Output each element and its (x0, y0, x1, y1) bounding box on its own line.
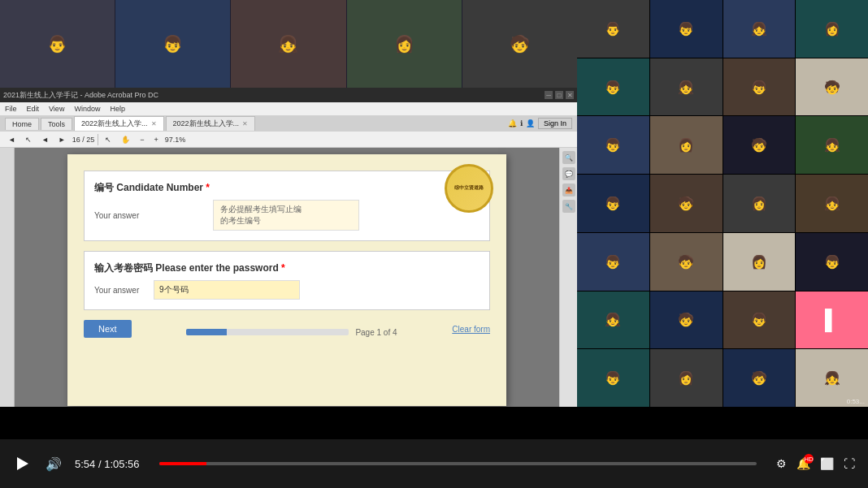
settings-icon[interactable]: ⚙ (776, 457, 787, 470)
pdf-viewport: 综中立贤道路 编号 Candidate Number * You (15, 148, 559, 407)
notification-badge: HD (804, 454, 814, 464)
main-container: 👨 👦 👧 👩 🧒 2021新生线上入学手记 - Adobe Acrobat P… (0, 0, 868, 488)
panel-comment-btn[interactable]: 💬 (562, 167, 575, 180)
progress-bar-container: Page 1 of 4 (186, 328, 397, 337)
play-button[interactable] (13, 454, 33, 473)
next-button[interactable]: Next (84, 320, 132, 338)
participant-face: 👩 (650, 116, 723, 174)
participant-cell: 👦 (577, 175, 649, 232)
acrobat-window: 2021新生线上入学手记 - Adobe Acrobat Pro DC ─ □ … (0, 88, 577, 407)
close-btn[interactable]: ✕ (566, 91, 574, 99)
tab-home-label: Home (12, 120, 32, 128)
select-btn[interactable]: ↖ (102, 135, 115, 145)
prev-page-btn[interactable]: ◄ (38, 135, 52, 145)
timestamp: 0:53... (847, 398, 865, 405)
volume-button[interactable]: 🔊 (46, 456, 62, 472)
participants-grid: 👨 👦 👧 👩 👦 👧 👦 🧒 👦 👩 🧒 👧 👦 🧒 👩 👧 👦 🧒 👩 � (577, 0, 868, 407)
next-page-btn[interactable]: ► (55, 135, 69, 145)
notification-wrapper: 🔔 HD (796, 457, 810, 470)
acrobat-titlebar: 2021新生线上入学手记 - Adobe Acrobat Pro DC ─ □ … (0, 88, 577, 102)
participant-face: 👦 (577, 233, 649, 291)
pdf-logo: 综中立贤道路 (445, 164, 493, 213)
participant-face: 🧒 (723, 116, 796, 174)
panel-search-btn[interactable]: 🔍 (562, 151, 575, 164)
participant-cell: 👨 (577, 0, 649, 58)
participant-face: 👩 (723, 175, 796, 232)
divider (98, 134, 98, 145)
video-progress-bar[interactable] (159, 462, 757, 465)
section2-label: 输入考卷密码 Please enter the password * (94, 261, 480, 275)
participant-cell: 👧 (577, 292, 649, 349)
video-area: 👨 👦 👧 👩 🧒 2021新生线上入学手记 - Adobe Acrobat P… (0, 0, 868, 439)
top-participant: 👧 (231, 0, 345, 88)
clear-form-link[interactable]: Clear form (452, 325, 490, 334)
tab-home[interactable]: Home (5, 118, 39, 130)
input2-field[interactable]: 9个号码 (154, 280, 300, 300)
acrobat-tabbar: Home Tools 2022新生线上入学... ✕ 2022新生线上入学...… (0, 115, 577, 132)
tab-doc2-label: 2022新生线上入学... (173, 119, 240, 129)
cursor-btn[interactable]: ↖ (22, 135, 35, 145)
form-input-row-1: Your answer 务必提醒考生填写止编的考生编号 (94, 200, 480, 231)
input1-label: Your answer (94, 211, 147, 220)
participant-cell: 👧 (723, 0, 796, 58)
participant-face: 👦 (723, 58, 796, 116)
menu-help[interactable]: Help (110, 105, 125, 113)
sign-in-area: 🔔 ℹ 👤 Sign In (508, 118, 572, 129)
theater-mode-icon[interactable]: ⬜ (820, 457, 834, 470)
back-btn[interactable]: ◄ (5, 135, 19, 145)
participant-face: 👦 (577, 58, 649, 116)
screen-share: 👨 👦 👧 👩 🧒 2021新生线上入学手记 - Adobe Acrobat P… (0, 0, 577, 407)
progress-fill (186, 329, 227, 335)
fullscreen-icon[interactable]: ⛶ (844, 457, 855, 470)
window-controls[interactable]: ─ □ ✕ (545, 91, 574, 99)
section1-label: 编号 Candidate Number * (94, 181, 480, 195)
required-marker2: * (281, 262, 285, 274)
input2-label: Your answer (94, 286, 147, 295)
panel-tools-btn[interactable]: 🔧 (562, 200, 575, 213)
tab-doc2[interactable]: 2022新生线上入学... ✕ (166, 116, 256, 131)
zoom-in-btn[interactable]: + (151, 135, 162, 145)
participant-cell: 🧒 (650, 292, 723, 349)
participant-cell: 👦 (577, 58, 649, 116)
tab-doc1-close[interactable]: ✕ (151, 120, 157, 127)
form-section-1: 编号 Candidate Number * Your answer 务必提醒考生… (84, 171, 490, 241)
menu-file[interactable]: File (5, 105, 17, 113)
participant-face: 👩 (723, 233, 796, 291)
participant-cell: 👩 (723, 175, 796, 232)
participant-face: 👦 (577, 116, 649, 174)
maximize-btn[interactable]: □ (555, 91, 563, 99)
participant-cell: 🧒 (723, 116, 796, 174)
top-participant: 🧒 (462, 0, 577, 88)
video-progress-fill (159, 462, 207, 465)
settings-wrapper: ⚙ (776, 457, 787, 470)
required-marker: * (206, 182, 210, 193)
participant-face: 👦 (796, 233, 868, 291)
zoom-out-btn[interactable]: − (137, 135, 147, 145)
menu-window[interactable]: Window (74, 105, 100, 113)
sign-in-button[interactable]: Sign In (538, 118, 572, 129)
participant-cell: 🧒 (723, 349, 796, 407)
section2-text: 输入考卷密码 Please enter the password (94, 262, 279, 274)
participant-cell: 👦 (723, 58, 796, 116)
participant-face: 🧒 (723, 349, 796, 407)
participant-cell: 👩 (650, 349, 723, 407)
minimize-btn[interactable]: ─ (545, 91, 553, 99)
logo-circle: 综中立贤道路 (445, 164, 493, 213)
acrobat-right-panel: 🔍 💬 📤 🔧 (559, 148, 577, 407)
menu-view[interactable]: View (49, 105, 64, 113)
participant-cell-highlighted: ▌ (796, 292, 868, 349)
panel-share-btn[interactable]: 📤 (562, 184, 575, 196)
participant-face: 🧒 (796, 58, 868, 116)
tab-doc1[interactable]: 2022新生线上入学... ✕ (74, 116, 164, 131)
acrobat-content: 综中立贤道路 编号 Candidate Number * You (0, 148, 577, 407)
tab-doc2-close[interactable]: ✕ (242, 120, 248, 127)
tab-tools[interactable]: Tools (41, 118, 72, 130)
sign-in-icon: 🔔 (508, 119, 517, 127)
participant-face: 🧒 (650, 292, 723, 349)
participant-face: 👧 (723, 0, 796, 58)
tab-doc1-label: 2022新生线上入学... (81, 119, 148, 129)
section1-text: 编号 Candidate Number (94, 182, 203, 193)
acrobat-toolbar2: ◄ ↖ ◄ ► 16 / 25 ↖ ✋ − + 97.1% (0, 132, 577, 148)
hand-btn[interactable]: ✋ (118, 135, 133, 145)
menu-edit[interactable]: Edit (27, 105, 40, 113)
